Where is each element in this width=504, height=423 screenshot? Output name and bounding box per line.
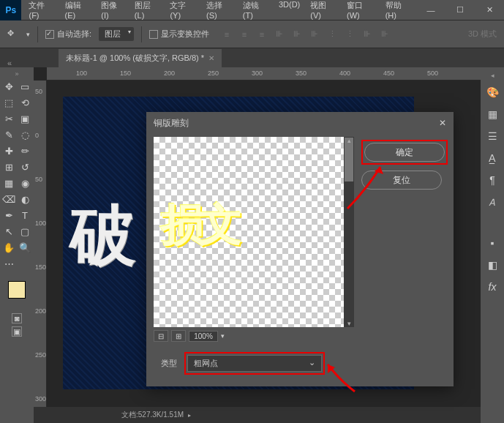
menu-filter[interactable]: 滤镜(T): [238, 0, 273, 23]
tool-dropdown-icon[interactable]: ▾: [26, 31, 30, 38]
eyedropper-tool[interactable]: ✎: [1, 127, 16, 142]
scrollbar-thumb[interactable]: [345, 138, 353, 181]
crop-tool[interactable]: ✂: [1, 111, 16, 126]
align-icon[interactable]: ≡: [219, 27, 234, 42]
main-menu: 文件(F) 编辑(E) 图像(I) 图层(L) 文字(Y) 选择(S) 滤镜(T…: [24, 0, 416, 23]
adjustments-panel-icon[interactable]: ◧: [484, 256, 501, 274]
dialog-titlebar[interactable]: 铜版雕刻 ✕: [146, 112, 454, 134]
character-panel-icon[interactable]: A̲: [484, 149, 501, 167]
glyphs-panel-icon[interactable]: 𝘈: [484, 193, 501, 211]
zoom-dropdown-icon[interactable]: ▾: [221, 332, 225, 340]
menu-help[interactable]: 帮助(H): [381, 0, 416, 23]
type-value: 粗网点: [194, 358, 218, 369]
mode-3d-label: 3D 模式: [468, 29, 497, 40]
zoom-value[interactable]: 100%: [189, 331, 218, 342]
menu-window[interactable]: 窗口(W): [342, 0, 380, 23]
distribute-icon[interactable]: ⋮: [325, 27, 339, 42]
edit-toolbar[interactable]: ⋯: [1, 256, 16, 271]
menu-image[interactable]: 图像(I): [97, 0, 129, 23]
dropdown-chevron-icon: ⌄: [309, 358, 315, 369]
align-icons: ≡≡≡ ⊪⊪⊪ ⋮⋮ ⊪⊪: [219, 27, 392, 42]
swatches-icon[interactable]: ▪: [484, 234, 501, 252]
preview-text-content: 损文: [161, 195, 237, 255]
maximize-button[interactable]: ☐: [445, 0, 475, 20]
swatches-panel-icon[interactable]: ▦: [484, 105, 501, 123]
document-tab[interactable]: 未标题-1 @ 100% (破损文字, RGB/8) * ✕: [59, 49, 222, 67]
align-icon[interactable]: ⊪: [290, 27, 304, 42]
filter-preview[interactable]: 损文: [154, 137, 344, 327]
marquee-tool[interactable]: ⬚: [1, 95, 16, 110]
move-tool[interactable]: ✥: [1, 79, 16, 94]
history-brush-tool[interactable]: ↺: [18, 160, 32, 174]
ruler-horizontal: 100150200250300350400450500: [47, 67, 481, 81]
quick-select-tool[interactable]: ◌: [18, 127, 32, 142]
distribute-icon[interactable]: ⋮: [342, 27, 357, 42]
gradient-tool[interactable]: ▦: [1, 176, 16, 190]
eraser-tool[interactable]: ⌫: [1, 192, 16, 206]
libraries-panel-icon[interactable]: ☰: [484, 127, 501, 145]
frame-tool[interactable]: ▣: [18, 111, 32, 126]
quick-mask-toggle[interactable]: ◙: [12, 313, 22, 323]
tools-panel: » ✥▭ ⬚⟲ ✂▣ ✎◌ ✚✏ ⊞↺ ▦◉ ⌫◐ ✒T ↖▢ ✋🔍 ⋯ ◙ ▣: [0, 67, 34, 423]
artboard-tool[interactable]: ▭: [18, 79, 32, 94]
menu-view[interactable]: 视图(V): [306, 0, 341, 23]
tools-collapse-icon[interactable]: »: [15, 70, 18, 78]
brush-tool[interactable]: ✏: [18, 143, 32, 158]
distribute-icon[interactable]: ⊪: [360, 27, 375, 42]
show-transform-checkbox[interactable]: 显示变换控件: [149, 29, 209, 40]
styles-panel-icon[interactable]: fx: [484, 278, 501, 296]
menu-file[interactable]: 文件(F): [24, 0, 59, 23]
menu-edit[interactable]: 编辑(E): [61, 0, 96, 23]
minimize-button[interactable]: —: [416, 0, 445, 20]
document-tab-label: 未标题-1 @ 100% (破损文字, RGB/8) *: [66, 53, 204, 64]
menu-3d[interactable]: 3D(D): [274, 0, 304, 23]
path-tool[interactable]: ↖: [1, 224, 16, 239]
paragraph-panel-icon[interactable]: ¶: [484, 171, 501, 189]
menu-type[interactable]: 文字(Y): [165, 0, 200, 23]
reset-button[interactable]: 复位: [361, 171, 442, 190]
blur-tool[interactable]: ◉: [18, 176, 32, 190]
status-dropdown-icon[interactable]: ▸: [188, 412, 191, 419]
healing-tool[interactable]: ✚: [1, 143, 16, 158]
preview-scrollbar[interactable]: ▴ ▾: [344, 137, 354, 327]
dodge-tool[interactable]: ◐: [18, 192, 32, 206]
mezzotint-dialog: 铜版雕刻 ✕ 损文 ▴ ▾ ⊟ ⊞ 100% ▾ 类型: [146, 112, 454, 386]
color-panel-icon[interactable]: 🎨: [484, 83, 501, 101]
panel-collapse-icon[interactable]: ◂: [491, 72, 494, 79]
foreground-color-swatch[interactable]: [8, 281, 26, 299]
app-logo: Ps: [0, 0, 21, 20]
align-icon[interactable]: ≡: [255, 27, 269, 42]
type-tool[interactable]: T: [18, 208, 32, 222]
close-button[interactable]: ✕: [475, 0, 504, 20]
ruler-vertical: 50050100150200250300: [34, 81, 47, 423]
dialog-close-icon[interactable]: ✕: [439, 118, 446, 128]
right-panel-dock: ◂ 🎨 ▦ ☰ A̲ ¶ 𝘈 ▪ ◧ fx: [481, 67, 504, 423]
distribute-icon[interactable]: ⊪: [377, 27, 392, 42]
lasso-tool[interactable]: ⟲: [18, 95, 32, 110]
shape-tool[interactable]: ▢: [18, 224, 32, 239]
type-dropdown[interactable]: 粗网点 ⌄: [187, 355, 322, 372]
close-tab-icon[interactable]: ✕: [208, 54, 214, 62]
menu-layer[interactable]: 图层(L): [130, 0, 165, 23]
window-controls: — ☐ ✕: [416, 0, 504, 20]
align-icon[interactable]: ≡: [237, 27, 252, 42]
ok-button[interactable]: 确定: [364, 143, 445, 162]
zoom-tool[interactable]: 🔍: [18, 240, 32, 255]
hand-tool[interactable]: ✋: [1, 240, 16, 255]
canvas-text-layer: 破: [70, 192, 136, 281]
zoom-in-button[interactable]: ⊞: [171, 330, 186, 342]
align-icon[interactable]: ⊪: [307, 27, 322, 42]
clone-tool[interactable]: ⊞: [1, 160, 16, 174]
title-bar: Ps 文件(F) 编辑(E) 图像(I) 图层(L) 文字(Y) 选择(S) 滤…: [0, 0, 504, 20]
move-tool-icon: ✥: [7, 29, 19, 40]
pen-tool[interactable]: ✒: [1, 208, 16, 222]
align-icon[interactable]: ⊪: [272, 27, 287, 42]
auto-select-checkbox[interactable]: 自动选择:: [45, 29, 91, 40]
document-tab-bar: « 未标题-1 @ 100% (破损文字, RGB/8) * ✕: [0, 48, 504, 67]
zoom-out-button[interactable]: ⊟: [154, 330, 168, 342]
document-info: 文档:527.3K/1.51M: [121, 410, 184, 420]
tab-scroll-icon[interactable]: «: [7, 59, 12, 67]
auto-select-target-dropdown[interactable]: 图层: [99, 27, 134, 41]
screen-mode-toggle[interactable]: ▣: [12, 326, 22, 337]
menu-select[interactable]: 选择(S): [202, 0, 237, 23]
